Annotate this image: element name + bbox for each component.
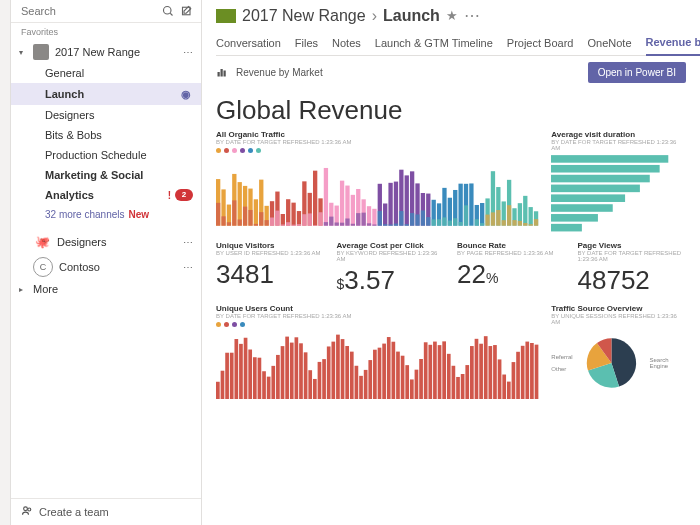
traffic-chart[interactable] (216, 155, 539, 226)
svg-rect-203 (525, 341, 529, 399)
svg-rect-162 (336, 334, 340, 399)
svg-rect-19 (243, 207, 247, 226)
svg-rect-134 (551, 214, 598, 222)
svg-rect-161 (331, 341, 335, 399)
team-menu-icon[interactable]: ⋯ (183, 47, 193, 58)
svg-rect-141 (239, 343, 243, 399)
svg-rect-174 (392, 341, 396, 399)
svg-rect-124 (529, 207, 533, 226)
legend (216, 148, 539, 153)
svg-rect-29 (270, 217, 274, 225)
svg-rect-25 (259, 212, 263, 226)
svg-rect-167 (359, 375, 363, 399)
search-input[interactable] (19, 4, 161, 18)
svg-rect-205 (535, 344, 539, 399)
team-row[interactable]: ▾ 2017 New Range ⋯ (11, 41, 201, 63)
svg-rect-33 (281, 224, 285, 225)
svg-rect-41 (302, 214, 306, 226)
users-chart[interactable] (216, 329, 539, 400)
pie-chart[interactable] (579, 328, 644, 398)
svg-rect-172 (382, 343, 386, 399)
svg-rect-21 (248, 210, 252, 226)
svg-line-1 (170, 13, 172, 15)
chevron-right-icon: › (372, 7, 377, 25)
svg-rect-165 (350, 351, 354, 399)
main: 2017 New Range › Launch ★ ⋯ Conversation… (202, 0, 700, 525)
svg-rect-47 (318, 212, 322, 225)
tab-project-board[interactable]: Project Board (507, 37, 574, 55)
open-powerbi-button[interactable]: Open in Power BI (588, 62, 686, 83)
search-icon[interactable] (161, 4, 174, 18)
card-sources: Traffic Source Overview BY UNIQUE SESSIO… (551, 304, 686, 400)
svg-rect-175 (396, 351, 400, 399)
team-menu-icon[interactable]: ⋯ (183, 262, 193, 273)
tab-files[interactable]: Files (295, 37, 318, 55)
tab-gtm[interactable]: Launch & GTM Timeline (375, 37, 493, 55)
channel-bits[interactable]: Bits & Bobs (11, 125, 201, 145)
svg-rect-59 (351, 224, 355, 226)
svg-rect-97 (453, 218, 457, 226)
report-title: Global Revenue (216, 95, 686, 126)
svg-rect-102 (469, 183, 473, 225)
star-icon[interactable]: ★ (446, 8, 458, 23)
app-rail (0, 0, 11, 525)
svg-rect-158 (318, 361, 322, 399)
more-channels[interactable]: 32 more channelsNew (11, 205, 201, 224)
team-menu-icon[interactable]: ⋯ (183, 237, 193, 248)
svg-rect-39 (297, 224, 301, 226)
tab-notes[interactable]: Notes (332, 37, 361, 55)
svg-rect-181 (424, 342, 428, 399)
svg-rect-43 (308, 213, 312, 225)
svg-rect-101 (464, 205, 468, 225)
svg-rect-169 (368, 360, 372, 400)
svg-rect-98 (458, 184, 462, 226)
team-designers[interactable]: 🐙 Designers ⋯ (11, 230, 201, 254)
svg-rect-136 (216, 381, 220, 399)
svg-rect-195 (488, 346, 492, 400)
channel-launch[interactable]: Launch◉ (11, 83, 201, 105)
svg-rect-111 (491, 212, 495, 225)
svg-rect-74 (394, 182, 398, 226)
svg-rect-15 (232, 200, 236, 225)
svg-rect-9 (216, 203, 220, 226)
header-menu-icon[interactable]: ⋯ (464, 6, 480, 25)
tab-onenote[interactable]: OneNote (587, 37, 631, 55)
create-team[interactable]: Create a team (11, 498, 201, 525)
card-bounce: Bounce Rate BY PAGE REFRESHED 1:23:36 AM… (457, 241, 566, 296)
svg-rect-154 (299, 343, 303, 399)
svg-rect-193 (479, 343, 483, 399)
svg-rect-135 (551, 224, 582, 232)
more-teams[interactable]: ▸ More (11, 280, 201, 298)
svg-rect-196 (493, 345, 497, 400)
channel-general[interactable]: General (11, 63, 201, 83)
svg-rect-139 (230, 352, 234, 399)
svg-rect-188 (456, 377, 460, 400)
svg-rect-71 (383, 224, 387, 225)
channel-production[interactable]: Production Schedule (11, 145, 201, 165)
card-users: Unique Users Count BY DATE FOR TARGET RE… (216, 304, 539, 400)
team-contoso[interactable]: C Contoso ⋯ (11, 254, 201, 280)
tab-revenue[interactable]: Revenue by Market (646, 36, 701, 56)
svg-rect-66 (372, 209, 376, 226)
svg-rect-159 (322, 359, 326, 400)
sidebar: Favorites ▾ 2017 New Range ⋯ General Lau… (11, 0, 202, 525)
svg-rect-133 (551, 204, 613, 212)
team-name: 2017 New Range (55, 46, 177, 58)
svg-rect-11 (221, 216, 225, 225)
svg-rect-180 (419, 359, 423, 400)
svg-rect-163 (341, 339, 345, 400)
crumb-parent[interactable]: 2017 New Range (242, 7, 366, 25)
report-canvas: Global Revenue All Organic Traffic BY DA… (202, 89, 700, 525)
channel-analytics[interactable]: Analytics!2 (11, 185, 201, 205)
svg-rect-144 (253, 357, 257, 399)
svg-rect-67 (372, 225, 376, 226)
tab-conversation[interactable]: Conversation (216, 37, 281, 55)
svg-rect-44 (313, 171, 317, 226)
channel-marketing[interactable]: Marketing & Social (11, 165, 201, 185)
avgvisit-chart[interactable] (551, 154, 686, 233)
channel-designers[interactable]: Designers (11, 105, 201, 125)
compose-icon[interactable] (180, 4, 193, 18)
svg-rect-185 (442, 341, 446, 399)
svg-rect-87 (426, 217, 430, 226)
svg-rect-150 (281, 346, 285, 400)
